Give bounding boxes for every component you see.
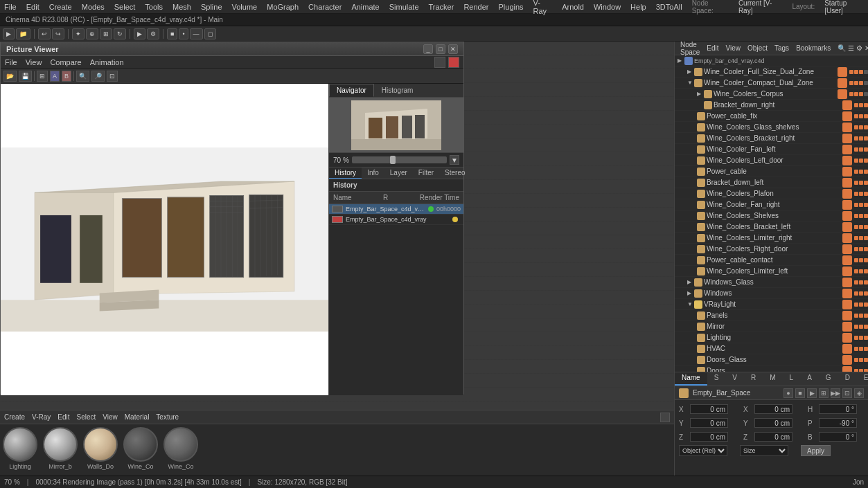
tree-item-doorsglass[interactable]: Doors_Glass (675, 354, 868, 365)
td-16-1[interactable] (854, 236, 858, 240)
tree-eye-lighting[interactable] (842, 333, 852, 343)
tree-item-12[interactable]: Wine_Coolers_Plafon (675, 188, 868, 199)
bp-material[interactable]: Material (125, 413, 150, 421)
td-15-1[interactable] (854, 225, 858, 229)
pp-apply-btn[interactable]: Apply (801, 445, 831, 456)
td-4-3[interactable] (864, 103, 868, 107)
tree-item-panels[interactable]: Panels (675, 310, 868, 321)
tb-undo[interactable]: ↩ (38, 28, 51, 39)
td-17-3[interactable] (864, 247, 868, 251)
pv-htab-filter[interactable]: Filter (413, 168, 439, 179)
td-19-2[interactable] (859, 269, 863, 273)
td-6-3[interactable] (864, 125, 868, 129)
td-29-2[interactable] (859, 302, 863, 307)
hist-row-1[interactable]: Empty_Bar_Space_c4d_vray (329, 215, 463, 225)
menu-help[interactable]: Help (630, 3, 646, 11)
tree-eye-12[interactable] (842, 189, 852, 199)
mat-item-4[interactable]: Wine_Co (163, 427, 198, 470)
menu-arnold[interactable]: Arnold (562, 3, 584, 11)
td-13-3[interactable] (864, 203, 868, 207)
pv-tb-open[interactable]: 📂 (3, 71, 17, 82)
pv-tb-ab[interactable]: A (50, 71, 60, 82)
tree-eye-28[interactable] (842, 289, 852, 298)
pv-icon-rec[interactable] (448, 57, 459, 68)
tree-item-19[interactable]: Wine_Coolers_Limiter_left (675, 266, 868, 277)
pv-tb-zoom-out[interactable]: 🔎 (91, 71, 105, 82)
oni-4[interactable]: ⊞ (819, 388, 829, 398)
td-29-3[interactable] (864, 302, 868, 307)
menu-simulate[interactable]: Simulate (389, 3, 419, 11)
menu-spline[interactable]: Spline (201, 3, 222, 11)
rp-menu-nodespace[interactable]: Node Space (680, 41, 700, 56)
node-space-value[interactable]: Current [V-Ray] (738, 0, 782, 15)
menu-3dtoall[interactable]: 3DToAll (656, 3, 682, 11)
rp-menu-edit[interactable]: Edit (707, 44, 718, 52)
pv-icon-1[interactable] (434, 57, 445, 68)
tree-eye-6[interactable] (842, 123, 852, 132)
mat-item-2[interactable]: Walls_Do (83, 427, 118, 470)
td-28-2[interactable] (859, 291, 863, 296)
td-3-2[interactable] (854, 92, 858, 96)
tree-item-9[interactable]: Wine_Coolers_Left_door (675, 155, 868, 166)
menu-window[interactable]: Window (594, 3, 621, 11)
pp-pos-z[interactable] (690, 432, 728, 442)
td-5-3[interactable] (864, 114, 868, 118)
rp-icon-settings[interactable]: ⚙ (856, 44, 862, 52)
td-16-2[interactable] (859, 236, 863, 240)
pp-size-x[interactable] (754, 404, 792, 414)
td-19-3[interactable] (864, 269, 868, 273)
td-1-4[interactable] (864, 70, 868, 74)
pv-menu-view[interactable]: View (26, 58, 42, 66)
tree-eye-19[interactable] (842, 266, 852, 276)
tb-scale[interactable]: ⊞ (100, 28, 112, 39)
td-8-2[interactable] (859, 147, 863, 152)
mat-item-0[interactable]: Lighting (3, 427, 37, 470)
pp-rot-h[interactable] (819, 404, 857, 414)
tree-item-1[interactable]: ▶ Wine_Cooler_Full_Size_Dual_Zone (675, 66, 868, 78)
tb-live-select[interactable]: ✦ (72, 28, 85, 39)
pv-tab-histogram[interactable]: Histogram (374, 84, 421, 97)
tree-item-2[interactable]: ▼ Wine_Cooler_Compact_Dual_Zone (675, 78, 868, 89)
menu-vray[interactable]: V-Ray (533, 0, 553, 15)
oni-1[interactable]: ● (783, 388, 793, 398)
bp-select[interactable]: Select (76, 413, 96, 421)
menu-character[interactable]: Character (308, 3, 342, 11)
tree-eye-18[interactable] (842, 255, 852, 265)
pv-menu-compare[interactable]: Compare (50, 58, 81, 66)
td-12-2[interactable] (859, 192, 863, 196)
pp-tab-name[interactable]: Name (675, 372, 707, 386)
tree-eye-3[interactable] (838, 89, 847, 99)
tb-object-mode[interactable]: ■ (167, 28, 177, 39)
menu-file[interactable]: File (4, 3, 17, 11)
bp-icon-1[interactable] (660, 413, 670, 422)
td-5-1[interactable] (854, 114, 858, 118)
rp-menu-object[interactable]: Object (747, 44, 768, 52)
td-19-1[interactable] (854, 269, 858, 273)
td-11-1[interactable] (854, 181, 858, 185)
td-27-2[interactable] (859, 280, 863, 284)
tb-redo[interactable]: ↪ (52, 28, 64, 39)
tree-item-15[interactable]: Wine_Coolers_Bracket_left (675, 222, 868, 233)
td-7-1[interactable] (854, 136, 858, 141)
td-18-2[interactable] (859, 258, 863, 262)
bp-texture[interactable]: Texture (156, 413, 179, 421)
td-27-1[interactable] (854, 280, 858, 284)
tree-eye-29[interactable] (842, 300, 852, 309)
pv-tb-compare[interactable]: ⊞ (37, 71, 48, 82)
tree-eye-5[interactable] (842, 111, 852, 121)
td-9-2[interactable] (859, 159, 863, 163)
menu-tracker[interactable]: Tracker (429, 3, 454, 11)
pp-tab-e[interactable]: E (857, 372, 868, 386)
td-11-2[interactable] (859, 181, 863, 185)
td-2-1[interactable] (849, 81, 853, 85)
tb-poly-mode[interactable]: ◻ (204, 28, 216, 39)
td-2-3[interactable] (859, 81, 863, 85)
pp-tab-d[interactable]: D (838, 372, 857, 386)
object-tree[interactable]: ▶ Empty_bar_c4d_vray.c4d ▶ Wine_Cooler_F… (675, 55, 868, 397)
td-10-3[interactable] (864, 170, 868, 174)
tree-eye-mirror[interactable] (842, 322, 852, 332)
oni-3[interactable]: ▶ (807, 388, 817, 398)
tree-item-29[interactable]: ▼ VRayLight (675, 299, 868, 310)
tree-item-10[interactable]: Power_cable (675, 166, 868, 177)
td-6-2[interactable] (859, 125, 863, 129)
